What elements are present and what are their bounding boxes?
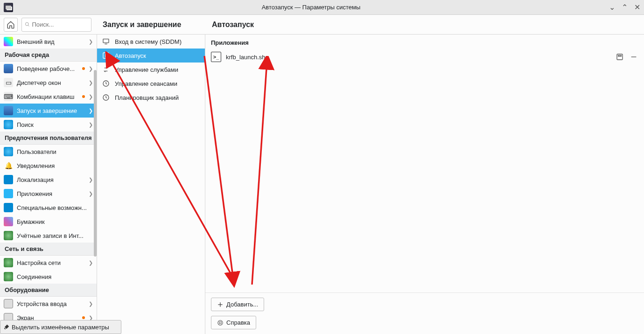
subcategory-label: Вход в систему (SDDM) (115, 38, 182, 45)
category-icon (4, 217, 13, 226)
category-item[interactable]: Поведение рабоче...❯ (0, 62, 97, 76)
category-icon: ⌨ (4, 92, 13, 101)
category-item[interactable]: Учётные записи в Инт... (0, 229, 97, 243)
subcategory-label: Управление службами (115, 66, 178, 73)
maximize-button[interactable]: ⌃ (622, 3, 628, 12)
search-icon (25, 21, 30, 28)
category-icon (4, 37, 13, 46)
search-input[interactable] (32, 21, 88, 28)
category-header: Сеть и связь (0, 243, 97, 256)
help-button-label: Справка (226, 319, 250, 326)
help-icon (217, 320, 224, 326)
svg-rect-5 (103, 39, 109, 43)
chevron-right-icon: ❯ (89, 301, 93, 307)
category-item[interactable]: 🔔Уведомления (0, 159, 97, 173)
category-header: Рабочая среда (0, 49, 97, 62)
app-name: krfb_launch.sh (226, 54, 610, 61)
clock2-icon (102, 93, 110, 102)
category-icon (4, 272, 13, 281)
window-title: Автозапуск — Параметры системы (13, 4, 609, 11)
category-item[interactable]: Запуск и завершение❯ (0, 104, 97, 118)
scrollbar[interactable] (94, 70, 97, 257)
modified-dot (82, 95, 85, 98)
highlight-changed-label: Выделить изменённые параметры (12, 324, 109, 331)
modified-dot (82, 316, 85, 319)
play-icon (102, 51, 110, 60)
app-properties-button[interactable] (615, 52, 624, 62)
category-label: Локализация (17, 176, 85, 183)
home-button[interactable] (4, 18, 18, 32)
content-header: Автозапуск (205, 15, 644, 35)
chevron-right-icon: ❯ (89, 191, 93, 197)
category-icon (4, 64, 13, 73)
svg-line-17 (218, 320, 219, 321)
category-icon (4, 147, 13, 156)
app-remove-button[interactable] (629, 52, 638, 62)
category-icon (4, 106, 13, 115)
category-icon (4, 231, 13, 240)
add-button-label: Добавить... (226, 301, 258, 308)
category-header: Предпочтения пользователя (0, 132, 97, 145)
category-icon: 🔔 (4, 161, 13, 170)
category-label: Запуск и завершение (17, 107, 85, 114)
subcategory-title: Запуск и завершение (103, 21, 181, 29)
category-label: Внешний вид (17, 38, 85, 45)
minimize-button[interactable]: ⌄ (609, 3, 615, 12)
subcategory-label: Автозапуск (115, 52, 146, 59)
subcategory-item[interactable]: Вход в систему (SDDM) (97, 35, 205, 49)
svg-line-19 (218, 323, 219, 324)
category-item[interactable]: Приложения❯ (0, 187, 97, 201)
add-button[interactable]: Добавить... (211, 298, 264, 311)
autostart-app-row[interactable]: >_ krfb_launch.sh (211, 50, 638, 64)
subcategory-item[interactable]: Управление сеансами (97, 77, 205, 90)
search-box[interactable] (21, 18, 91, 32)
category-label: Диспетчер окон (17, 79, 85, 86)
arrows-icon (102, 65, 110, 74)
category-label: Комбинации клавиш (17, 93, 78, 100)
category-icon: ▭ (4, 78, 13, 87)
subcategory-label: Планировщик заданий (115, 94, 179, 101)
category-item[interactable]: Пользователи (0, 145, 97, 159)
category-icon (4, 299, 13, 308)
svg-rect-11 (618, 56, 622, 56)
subcategory-item[interactable]: Управление службами (97, 63, 205, 77)
chevron-right-icon: ❯ (89, 122, 93, 128)
subcategory-item[interactable]: Планировщик заданий (97, 90, 205, 104)
chevron-right-icon: ❯ (89, 39, 93, 45)
subcategory-item[interactable]: Автозапуск (97, 49, 205, 63)
help-button[interactable]: Справка (211, 316, 256, 329)
highlight-changed-button[interactable]: Выделить изменённые параметры (0, 320, 121, 334)
category-item[interactable]: Бумажник (0, 215, 97, 229)
properties-icon (616, 53, 623, 61)
svg-point-0 (25, 22, 28, 26)
category-item[interactable]: Устройства ввода❯ (0, 297, 97, 311)
category-item[interactable]: Внешний вид❯ (0, 35, 97, 49)
titlebar: Автозапуск — Параметры системы ⌄ ⌃ ✕ (0, 0, 644, 15)
clock-icon (102, 79, 110, 88)
chevron-right-icon: ❯ (89, 108, 93, 114)
category-header: Оборудование (0, 284, 97, 297)
category-label: Учётные записи в Инт... (17, 232, 93, 239)
category-item[interactable]: ▭Диспетчер окон❯ (0, 76, 97, 90)
subcategory-label: Управление сеансами (115, 80, 177, 87)
terminal-icon: >_ (211, 52, 221, 62)
svg-line-20 (221, 323, 222, 324)
category-item[interactable]: ⌨Комбинации клавиш❯ (0, 90, 97, 104)
plus-icon (217, 301, 224, 308)
category-item[interactable]: Локализация❯ (0, 173, 97, 187)
category-label: Пользователи (17, 148, 93, 155)
category-item[interactable]: Специальные возможн... (0, 201, 97, 215)
minus-icon (630, 53, 637, 61)
category-icon (4, 120, 13, 129)
subcategory-sidebar: Запуск и завершение Вход в систему (SDDM… (97, 35, 205, 334)
category-item[interactable]: Настройка сети❯ (0, 256, 97, 270)
category-label: Настройка сети (17, 259, 85, 266)
home-icon (7, 21, 15, 29)
category-item[interactable]: Поиск❯ (0, 118, 97, 132)
chevron-right-icon: ❯ (89, 80, 93, 86)
category-sidebar[interactable]: Внешний вид❯Рабочая средаПоведение рабоч… (0, 35, 97, 334)
category-label: Устройства ввода (17, 300, 85, 307)
category-item[interactable]: Соединения (0, 270, 97, 284)
svg-rect-10 (617, 54, 623, 60)
close-button[interactable]: ✕ (634, 3, 640, 12)
